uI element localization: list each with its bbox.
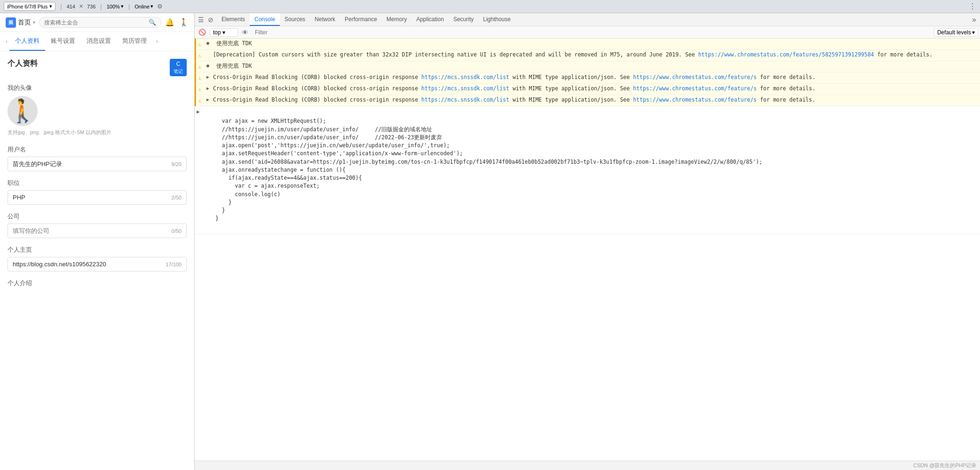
- devtools-panel: ☰ ⊘ Elements Console Sources Network Per…: [195, 13, 980, 470]
- code-expand-icon[interactable]: ▶: [197, 107, 203, 116]
- search-icon: 🔍: [149, 19, 156, 26]
- console-toolbar: 🚫 top ▾ 👁 Default levels ▾: [195, 26, 980, 39]
- tab-lighthouse[interactable]: Lighthouse: [478, 13, 515, 26]
- edit-note-button[interactable]: C 笔记: [170, 59, 187, 76]
- device-selector[interactable]: iPhone 6/7/8 Plus ▾: [4, 2, 55, 11]
- bio-field: 个人介绍: [8, 279, 187, 287]
- company-label: 公司: [8, 212, 187, 221]
- site-logo: 掘 首页 ▾: [6, 17, 35, 28]
- chromestatus-link-2[interactable]: https://www.chromestatus.com/feature/s: [633, 85, 757, 92]
- company-input-wrapper[interactable]: 0/50: [8, 223, 187, 238]
- tab-security[interactable]: Security: [449, 13, 478, 26]
- tab-elements[interactable]: Elements: [217, 13, 250, 26]
- settings-icon[interactable]: ⚙: [157, 3, 163, 10]
- zoom-selector[interactable]: 100% ▾: [107, 3, 124, 9]
- username-input[interactable]: [13, 160, 172, 167]
- corb-link-3[interactable]: https://mcs.snssdk.com/list: [421, 96, 509, 103]
- site-title-dropdown-icon[interactable]: ▾: [33, 20, 35, 25]
- console-message-4: ⚠ ▶ Cross-Origin Read Blocking (CORB) bl…: [195, 72, 980, 84]
- bio-label: 个人介绍: [8, 279, 187, 287]
- avatar-section: 我的头像 🚶 支持jpg、png、jpeg 格式大小 5M 以内的图片: [8, 84, 187, 136]
- code-line-10: console.log(c): [215, 191, 280, 198]
- console-output[interactable]: ⚠ ● 使用兜底 TDK ⚠ [Deprecation] Custom curs…: [195, 39, 980, 461]
- swap-dimensions-icon[interactable]: ✕: [79, 3, 83, 9]
- console-clear-button[interactable]: 🚫: [197, 28, 208, 37]
- website-panel: 掘 首页 ▾ 🔍 🔔 🚶 ‹ 个人资料 账号设置 消息设置 简历管理 ›: [0, 13, 195, 470]
- profile-tabs: ‹ 个人资料 账号设置 消息设置 简历管理 ›: [0, 32, 194, 51]
- devtools-main-menu-icon[interactable]: ☰: [197, 15, 205, 25]
- tabs-more-arrow[interactable]: ›: [154, 34, 160, 48]
- corb-link-1[interactable]: https://mcs.snssdk.com/list: [421, 74, 509, 80]
- avatar-hint: 支持jpg、png、jpeg 格式大小 5M 以内的图片: [8, 129, 187, 136]
- console-message-6: ⚠ ▶ Cross-Origin Read Blocking (CORB) bl…: [195, 95, 980, 106]
- devtools-clear-icon[interactable]: ⊘: [206, 15, 215, 25]
- job-count: 2/50: [172, 195, 182, 200]
- homepage-input[interactable]: [13, 261, 166, 268]
- nav-icons: 🔔 🚶: [165, 18, 189, 27]
- console-text-4: Cross-Origin Read Blocking (CORB) blocke…: [213, 73, 978, 81]
- separator-1: |: [60, 3, 62, 10]
- chromestatus-link-3[interactable]: https://www.chromestatus.com/feature/s: [633, 96, 757, 103]
- homepage-label: 个人主页: [8, 246, 187, 254]
- username-label: 用户名: [8, 145, 187, 154]
- tabs-back-arrow[interactable]: ‹: [4, 34, 9, 48]
- separator-3: |: [128, 3, 130, 10]
- tab-sources[interactable]: Sources: [280, 13, 310, 26]
- tab-account-settings[interactable]: 账号设置: [45, 32, 81, 51]
- username-input-wrapper[interactable]: 9/20: [8, 157, 187, 171]
- console-text-6: Cross-Origin Read Blocking (CORB) blocke…: [213, 96, 978, 104]
- log-levels-selector[interactable]: Default levels ▾: [934, 28, 978, 37]
- tab-personal-info[interactable]: 个人资料: [9, 32, 45, 51]
- context-selector[interactable]: top ▾: [210, 28, 238, 37]
- deprecation-link-1[interactable]: https://www.chromestatus.com/features/58…: [698, 51, 874, 58]
- tab-resume[interactable]: 简历管理: [117, 32, 152, 51]
- homepage-input-wrapper[interactable]: 17/100: [8, 257, 187, 271]
- zoom-value: 100%: [107, 4, 120, 9]
- expand-4[interactable]: ▶: [206, 73, 213, 80]
- browser-toolbar: iPhone 6/7/8 Plus ▾ | 414 ✕ 736 | 100% ▾…: [0, 0, 980, 13]
- logo-text: 掘: [8, 19, 13, 26]
- user-avatar-icon[interactable]: 🚶: [179, 18, 189, 27]
- throttle-selector[interactable]: Online ▾: [134, 3, 153, 9]
- console-message-3: ⚠ ● 使用兜底 TDK: [195, 61, 980, 72]
- search-input[interactable]: [44, 19, 147, 26]
- expand-5[interactable]: ▶: [206, 85, 213, 92]
- console-text-5: Cross-Origin Read Blocking (CORB) blocke…: [213, 85, 978, 93]
- job-label: 职位: [8, 179, 187, 187]
- zoom-dropdown-icon: ▾: [121, 3, 124, 9]
- console-message-2: ⚠ [Deprecation] Custom cursors with size…: [195, 50, 980, 61]
- site-nav: 掘 首页 ▾ 🔍 🔔 🚶: [0, 13, 194, 32]
- site-search[interactable]: 🔍: [39, 17, 161, 28]
- console-text-3: 使用兜底 TDK: [213, 62, 978, 70]
- tab-message-settings[interactable]: 消息设置: [81, 32, 117, 51]
- viewport-height: 736: [87, 4, 95, 9]
- expand-3[interactable]: ●: [206, 62, 213, 69]
- expand-1[interactable]: ●: [206, 40, 213, 47]
- homepage-field: 个人主页 17/100: [8, 246, 187, 271]
- avatar-image[interactable]: 🚶: [8, 96, 38, 126]
- site-logo-icon: 掘: [6, 17, 16, 28]
- tab-network[interactable]: Network: [310, 13, 340, 26]
- company-input[interactable]: [13, 227, 172, 234]
- console-eye-icon[interactable]: 👁: [240, 28, 250, 37]
- watermark-bar: CSDN @苗先生的PHP记录: [195, 461, 980, 470]
- levels-dropdown-icon: ▾: [972, 29, 975, 36]
- corb-link-2[interactable]: https://mcs.snssdk.com/list: [421, 85, 509, 92]
- chromestatus-link-1[interactable]: https://www.chromestatus.com/feature/s: [633, 74, 757, 80]
- tab-application[interactable]: Application: [411, 13, 449, 26]
- console-message-5: ⚠ ▶ Cross-Origin Read Blocking (CORB) bl…: [195, 84, 980, 95]
- code-line-1: var ajax = new XMLHttpRequest();: [215, 118, 326, 124]
- tab-memory[interactable]: Memory: [382, 13, 411, 26]
- notification-icon[interactable]: 🔔: [165, 18, 174, 27]
- device-name: iPhone 6/7/8 Plus: [7, 4, 47, 9]
- devtools-more-tabs-icon[interactable]: »: [968, 16, 980, 24]
- tab-performance[interactable]: Performance: [340, 13, 382, 26]
- context-value: top: [213, 29, 221, 36]
- separator-2: |: [100, 3, 102, 10]
- console-filter-input[interactable]: [252, 29, 932, 36]
- job-input[interactable]: [13, 194, 172, 201]
- expand-6[interactable]: ▶: [206, 96, 213, 103]
- more-options-icon[interactable]: ⋮: [969, 2, 976, 11]
- job-input-wrapper[interactable]: 2/50: [8, 190, 187, 205]
- tab-console[interactable]: Console: [250, 13, 280, 26]
